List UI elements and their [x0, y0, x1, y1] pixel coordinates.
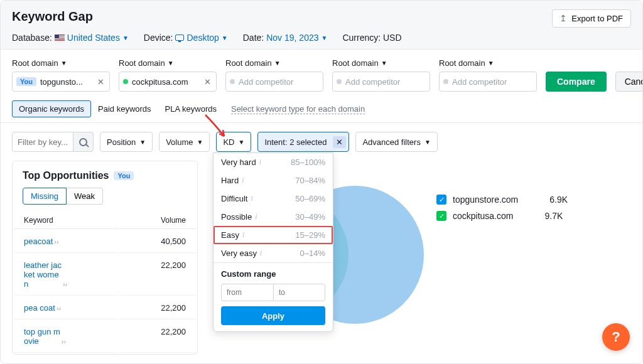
compare-button[interactable]: Compare — [546, 72, 607, 92]
us-flag-icon — [55, 35, 65, 41]
root-domain-dd-5[interactable]: Root domain ▼ — [439, 58, 537, 68]
device-selector[interactable]: Device: Desktop ▼ — [144, 33, 228, 43]
info-icon: i — [242, 176, 244, 185]
desktop-icon — [175, 35, 184, 41]
seg-weak[interactable]: Weak — [67, 188, 103, 205]
checkbox-icon[interactable]: ✓ — [436, 195, 446, 205]
kd-option-difficult[interactable]: Difficult i50–69% — [213, 190, 333, 208]
table-row: pea coat››22,200 — [14, 297, 196, 319]
root-domain-dd-1[interactable]: Root domain ▼ — [12, 58, 110, 68]
keyword-link[interactable]: top gun movie — [24, 327, 60, 346]
add-competitor-input[interactable]: Add competitor — [439, 72, 537, 92]
export-pdf-button[interactable]: Export to PDF — [552, 9, 631, 28]
you-badge: You — [114, 171, 134, 180]
opportunities-title: Top Opportunities — [23, 170, 109, 181]
kd-filter[interactable]: KD ▼ — [216, 132, 251, 152]
legend: ✓ topgunstore.com 6.9K ✓ cockpitusa.com … — [436, 161, 581, 355]
domain-pill-you[interactable]: You topgunsto... ✕ — [12, 72, 110, 92]
page-title: Keyword Gap — [12, 9, 93, 24]
info-icon: i — [255, 212, 257, 222]
intent-filter[interactable]: Intent: 2 selected ✕ — [257, 132, 349, 152]
keyword-filter-input[interactable] — [12, 132, 73, 152]
date-selector[interactable]: Date: Nov 19, 2023 ▼ — [243, 33, 328, 43]
volume-filter[interactable]: Volume ▼ — [159, 132, 210, 152]
apply-button[interactable]: Apply — [221, 306, 325, 325]
advanced-filters[interactable]: Advanced filters ▼ — [355, 132, 437, 152]
clear-intent-icon[interactable]: ✕ — [333, 136, 346, 148]
kd-from-input[interactable] — [221, 284, 273, 301]
status-dot-icon — [337, 79, 342, 84]
database-selector[interactable]: Database: United States ▼ — [12, 33, 129, 43]
chevron-right-icon: ›› — [54, 238, 58, 245]
col-volume: Volume — [121, 212, 196, 229]
root-domain-dd-3[interactable]: Root domain ▼ — [225, 58, 323, 68]
tab-paid-keywords[interactable]: Paid keywords — [91, 100, 158, 117]
info-icon: i — [260, 249, 262, 258]
search-icon — [79, 138, 87, 146]
status-dot-icon — [123, 79, 128, 84]
cancel-button[interactable]: Cancel — [615, 72, 643, 92]
keyword-link[interactable]: peacoat — [24, 237, 53, 246]
root-domain-dd-4[interactable]: Root domain ▼ — [332, 58, 430, 68]
root-domain-dd-2[interactable]: Root domain ▼ — [119, 58, 217, 68]
help-button[interactable]: ? — [602, 323, 630, 351]
table-row: peacoat››40,500 — [14, 230, 196, 253]
status-dot-icon — [230, 79, 235, 84]
keyword-link[interactable]: leather jacket women — [24, 260, 62, 289]
you-badge: You — [16, 77, 36, 86]
tab-pla-keywords[interactable]: PLA keywords — [158, 100, 224, 117]
remove-domain-icon[interactable]: ✕ — [96, 77, 105, 87]
info-icon: i — [242, 230, 244, 240]
domain-pill-competitor[interactable]: cockpitusa.com ✕ — [119, 72, 217, 92]
info-icon: i — [251, 194, 252, 203]
kd-option-very-hard[interactable]: Very hard i85–100% — [213, 153, 333, 171]
position-filter[interactable]: Position ▼ — [100, 132, 153, 152]
table-row: top gun movie››22,200 — [14, 321, 196, 353]
table-row: leather jacket women››22,200 — [14, 254, 196, 296]
legend-row[interactable]: ✓ cockpitusa.com 9.7K — [436, 211, 581, 221]
checkbox-icon[interactable]: ✓ — [436, 211, 446, 221]
kd-option-easy[interactable]: Easy i15–29% — [213, 226, 333, 244]
kd-dropdown-menu: Very hard i85–100% Hard i70–84% Difficul… — [213, 153, 333, 332]
opportunities-table: Keyword Volume peacoat››40,500 leather j… — [13, 211, 197, 354]
kd-option-hard[interactable]: Hard i70–84% — [213, 171, 333, 190]
chevron-right-icon: ›› — [57, 304, 61, 312]
keyword-link[interactable]: pea coat — [24, 303, 55, 313]
top-opportunities-card: Top Opportunities You Missing Weak Keywo… — [12, 161, 198, 355]
export-icon — [560, 15, 568, 23]
legend-row[interactable]: ✓ topgunstore.com 6.9K — [436, 195, 581, 205]
add-competitor-input[interactable]: Add competitor — [332, 72, 430, 92]
tab-organic-keywords[interactable]: Organic keywords — [12, 100, 91, 117]
chevron-right-icon: ›› — [63, 281, 67, 288]
custom-range-title: Custom range — [221, 269, 325, 279]
kd-option-very-easy[interactable]: Very easy i0–14% — [213, 244, 333, 262]
info-icon: i — [259, 158, 261, 167]
kd-to-input[interactable] — [273, 284, 325, 301]
currency-label: Currency: USD — [342, 33, 401, 43]
remove-domain-icon[interactable]: ✕ — [203, 77, 212, 87]
chevron-right-icon: ›› — [62, 338, 66, 345]
per-domain-type-link[interactable]: Select keyword type for each domain — [231, 104, 365, 114]
add-competitor-input[interactable]: Add competitor — [225, 72, 323, 92]
search-button[interactable] — [73, 132, 94, 152]
seg-missing[interactable]: Missing — [23, 188, 67, 205]
status-dot-icon — [443, 79, 448, 84]
col-keyword: Keyword — [14, 212, 119, 229]
kd-option-possible[interactable]: Possible i30–49% — [213, 208, 333, 226]
